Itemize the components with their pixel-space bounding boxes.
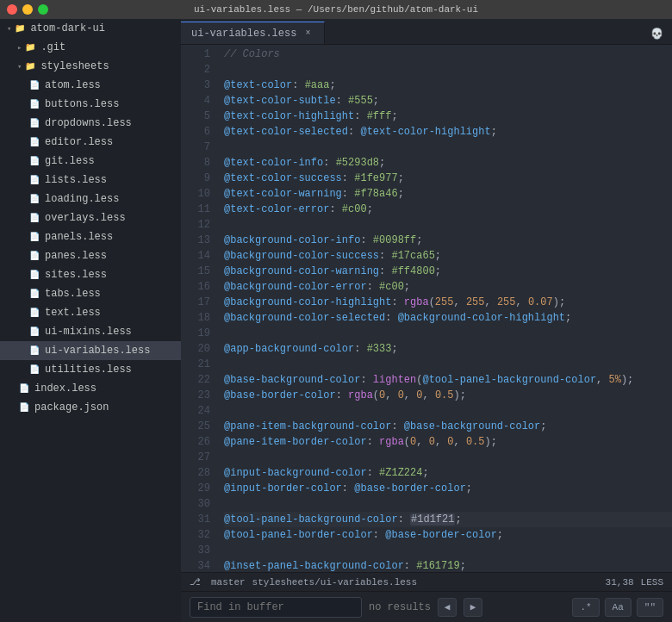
code-line: @inset-panel-background-color: #161719; xyxy=(224,558,672,572)
sidebar-item-atom-less[interactable]: 📄 atom.less xyxy=(0,76,181,95)
find-prev-button[interactable]: ◀ xyxy=(438,598,457,617)
status-right: 31,38 LESS xyxy=(606,577,663,588)
file-icon: 📄 xyxy=(17,382,31,395)
find-next-button[interactable]: ▶ xyxy=(464,598,482,617)
sidebar-item-dropdowns-less[interactable]: 📄 dropdowns.less xyxy=(0,114,181,133)
title-bar: ui-variables.less — /Users/ben/github/at… xyxy=(0,0,672,19)
file-icon: 📄 xyxy=(28,249,41,263)
code-line xyxy=(224,450,672,465)
sidebar-item-root[interactable]: ▾ 📁 atom-dark-ui xyxy=(0,19,181,38)
item-label: index.less xyxy=(34,383,96,395)
chevron-down-icon: ▾ xyxy=(17,62,22,72)
code-line xyxy=(224,496,672,512)
item-label: overlays.less xyxy=(45,212,126,224)
file-icon: 📄 xyxy=(28,287,41,301)
file-icon: 📄 xyxy=(28,363,41,376)
sidebar-item-git[interactable]: ▸ 📁 .git xyxy=(0,38,181,57)
code-line: @app-background-color: #333; xyxy=(224,341,672,357)
code-line: @text-color-error: #c00; xyxy=(224,202,672,217)
code-editor[interactable]: // Colors @text-color: #aaa; @text-color… xyxy=(217,45,672,572)
code-line: @background-color-success: #17ca65; xyxy=(224,248,672,264)
sidebar-item-utilities-less[interactable]: 📄 utilities.less xyxy=(0,360,181,379)
status-branch: master xyxy=(211,577,246,588)
code-line: @text-color-highlight: #fff; xyxy=(224,109,672,124)
file-icon: 📄 xyxy=(28,344,41,358)
find-input-wrap[interactable] xyxy=(190,597,362,618)
code-line xyxy=(224,543,672,558)
item-label: loading.less xyxy=(45,193,119,205)
code-line: @background-color-warning: #ff4800; xyxy=(224,264,672,279)
code-line: @input-border-color: @base-border-color; xyxy=(224,481,672,496)
file-icon: 📄 xyxy=(28,116,41,130)
line-numbers: 12345 678910 1112131415 1617181920 21222… xyxy=(181,45,217,572)
item-label: ui-variables.less xyxy=(45,345,150,357)
sidebar-item-editor-less[interactable]: 📄 editor.less xyxy=(0,133,181,152)
item-label: sites.less xyxy=(45,269,107,281)
sidebar-item-package-json[interactable]: 📄 package.json xyxy=(0,398,181,417)
find-case-button[interactable]: Aa xyxy=(605,598,632,617)
code-line: @input-background-color: #Z1Z224; xyxy=(224,465,672,481)
tab-label: ui-variables.less xyxy=(191,28,296,40)
sidebar-item-sites-less[interactable]: 📄 sites.less xyxy=(0,265,181,284)
code-line xyxy=(224,140,672,155)
code-line xyxy=(224,357,672,372)
minimize-button[interactable] xyxy=(22,4,33,15)
code-line-highlighted: @tool-panel-background-color: #1d1f21; xyxy=(224,512,672,527)
folder-icon: 📁 xyxy=(23,59,37,73)
code-line: // Colors xyxy=(224,47,672,62)
item-label: panes.less xyxy=(45,250,107,262)
status-bar: ⎇ master stylesheets/ui-variables.less 3… xyxy=(181,572,672,591)
item-label: tabs.less xyxy=(45,288,101,300)
code-line: @background-color-info: #0098ff; xyxy=(224,233,672,248)
tab-bar: ui-variables.less × 💀 xyxy=(181,19,672,45)
sidebar-item-tabs-less[interactable]: 📄 tabs.less xyxy=(0,284,181,303)
code-line: @text-color-subtle: #555; xyxy=(224,93,672,109)
sidebar-item-stylesheets[interactable]: ▾ 📁 stylesheets xyxy=(0,57,181,76)
item-label: git.less xyxy=(45,155,95,167)
find-whole-word-button[interactable]: "" xyxy=(637,598,663,617)
item-label: buttons.less xyxy=(45,98,119,110)
tab-ui-variables-less[interactable]: ui-variables.less × xyxy=(181,22,325,44)
window-controls[interactable] xyxy=(7,4,48,15)
sidebar-item-panels-less[interactable]: 📄 panels.less xyxy=(0,227,181,246)
item-label: ui-mixins.less xyxy=(45,326,132,338)
item-label: stylesheets xyxy=(40,60,109,72)
folder-icon: 📁 xyxy=(23,40,37,54)
item-label: .git xyxy=(40,41,65,53)
find-options: .* Aa "" xyxy=(572,598,663,617)
sidebar-item-text-less[interactable]: 📄 text.less xyxy=(0,303,181,322)
status-file: stylesheets/ui-variables.less xyxy=(252,577,417,588)
file-icon: 📄 xyxy=(28,211,41,225)
sidebar-item-panes-less[interactable]: 📄 panes.less xyxy=(0,246,181,265)
sidebar-item-ui-mixins-less[interactable]: 📄 ui-mixins.less xyxy=(0,322,181,341)
file-icon: 📄 xyxy=(28,325,41,339)
find-regex-button[interactable]: .* xyxy=(572,598,599,617)
close-button[interactable] xyxy=(7,4,17,15)
file-icon: 📄 xyxy=(28,97,41,111)
sidebar-item-loading-less[interactable]: 📄 loading.less xyxy=(0,190,181,208)
find-input[interactable] xyxy=(197,601,354,613)
code-line xyxy=(224,62,672,78)
code-line: @text-color-success: #1fe977; xyxy=(224,171,672,186)
sidebar-item-overlays-less[interactable]: 📄 overlays.less xyxy=(0,208,181,227)
chevron-right-icon: ▸ xyxy=(17,43,22,53)
sidebar: ▾ 📁 atom-dark-ui ▸ 📁 .git ▾ 📁 stylesheet… xyxy=(0,19,181,622)
sidebar-item-lists-less[interactable]: 📄 lists.less xyxy=(0,171,181,190)
item-label: panels.less xyxy=(45,231,113,243)
item-label: package.json xyxy=(34,401,109,414)
sidebar-item-index-less[interactable]: 📄 index.less xyxy=(0,379,181,398)
editor-area: ui-variables.less × 💀 12345 678910 11121… xyxy=(181,19,672,622)
sidebar-item-buttons-less[interactable]: 📄 buttons.less xyxy=(0,95,181,114)
sidebar-item-git-less[interactable]: 📄 git.less xyxy=(0,152,181,171)
code-line: @background-color-selected: @background-… xyxy=(224,310,672,326)
tab-close-button[interactable]: × xyxy=(302,28,314,40)
branch-icon: ⎇ xyxy=(190,576,201,588)
sidebar-item-ui-variables-less[interactable]: 📄 ui-variables.less xyxy=(0,341,181,360)
editor-content[interactable]: 12345 678910 1112131415 1617181920 21222… xyxy=(181,45,672,572)
file-icon: 📄 xyxy=(28,306,41,320)
code-line xyxy=(224,403,672,419)
item-label: lists.less xyxy=(45,174,107,186)
status-left: ⎇ master stylesheets/ui-variables.less xyxy=(190,576,417,588)
code-line: @base-background-color: lighten(@tool-pa… xyxy=(224,372,672,388)
maximize-button[interactable] xyxy=(38,4,48,15)
